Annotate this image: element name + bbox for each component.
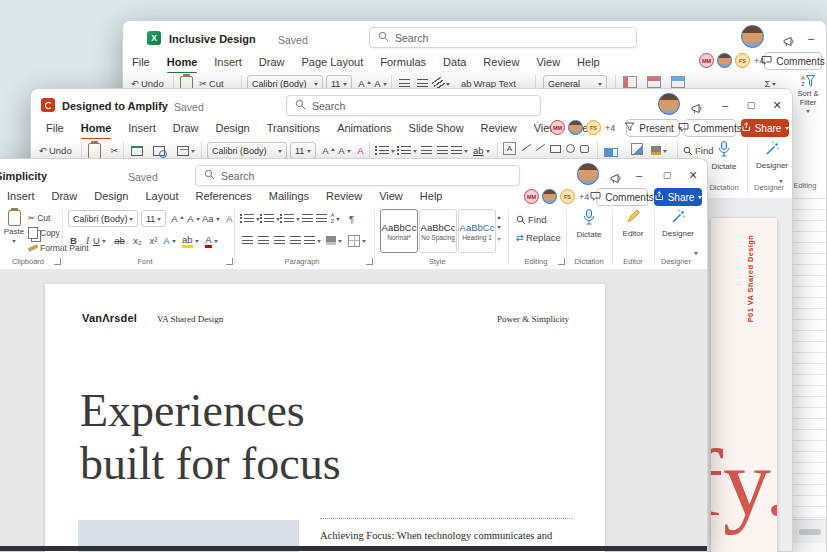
word-tab-references[interactable]: References [194, 187, 252, 205]
minimize-button[interactable]: – [803, 30, 819, 46]
bullets-button[interactable] [240, 210, 260, 227]
cell-styles-icon[interactable] [671, 76, 685, 88]
word-search-box[interactable]: Search [195, 165, 520, 186]
undo-button[interactable]: ↶Undo [39, 142, 72, 159]
powerpoint-slide[interactable]: P01 VA Shared Design fy. [711, 218, 777, 552]
numbering-button[interactable] [260, 210, 280, 227]
close-button[interactable]: ✕ [685, 167, 701, 183]
powerpoint-share-button[interactable]: Share [741, 119, 789, 137]
indent-increase-icon[interactable] [435, 142, 450, 159]
highlight-button[interactable]: ab [182, 232, 199, 249]
feedback-megaphone-icon[interactable] [691, 100, 706, 118]
ppt-tab-insert[interactable]: Insert [127, 119, 157, 137]
excel-tab-file[interactable]: File [131, 53, 151, 71]
word-tab-help[interactable]: Help [419, 187, 444, 205]
cut-button[interactable]: ✂Cut [28, 211, 50, 224]
excel-tab-insert[interactable]: Insert [213, 53, 243, 71]
shape-fill-button[interactable] [651, 142, 667, 159]
paste-button[interactable]: Paste [2, 210, 26, 245]
ppt-tab-slide-show[interactable]: Slide Show [408, 119, 465, 137]
text-box-shape-icon[interactable]: A [503, 142, 516, 155]
excel-tab-draw[interactable]: Draw [258, 53, 286, 71]
style-card-no-spacing[interactable]: AaBbCc No Spacing [419, 209, 457, 253]
oval-shape-icon[interactable] [566, 144, 575, 153]
editing-dialog-launcher-icon[interactable] [558, 258, 565, 265]
editor-button[interactable]: Editor [616, 209, 650, 238]
change-case-button[interactable]: Aa [202, 210, 220, 227]
ppt-tab-review[interactable]: Review [480, 119, 518, 137]
excel-tab-formulas[interactable]: Formulas [379, 53, 427, 71]
find-button[interactable]: Find [516, 211, 546, 228]
replace-button[interactable]: ⇄Replace [516, 229, 561, 246]
word-share-button[interactable]: Share [654, 188, 702, 206]
sort-button[interactable]: AZ [328, 210, 343, 227]
grow-font-button[interactable]: A [170, 210, 185, 227]
multilevel-list-button[interactable] [280, 210, 300, 227]
text-effects-button[interactable]: A [162, 232, 177, 249]
grow-font-button[interactable]: A [321, 142, 336, 159]
styles-gallery-scroll[interactable] [497, 211, 501, 243]
clipboard-dialog-launcher-icon[interactable] [54, 258, 61, 265]
strikethrough-button[interactable]: ab [112, 232, 127, 249]
show-paragraph-marks-button[interactable]: ¶ [344, 210, 359, 227]
designer-button[interactable]: Designer [658, 209, 698, 238]
align-left-icon[interactable] [240, 232, 255, 249]
ppt-font-name-combo[interactable]: Calibri (Body) [207, 142, 287, 159]
close-button[interactable]: ✕ [769, 97, 785, 113]
word-tab-view[interactable]: View [378, 187, 404, 205]
excel-tab-review[interactable]: Review [482, 53, 520, 71]
user-avatar[interactable] [741, 25, 764, 48]
font-color-button[interactable]: A [204, 232, 219, 249]
rectangle-shape-icon[interactable] [550, 145, 561, 153]
excel-tab-help[interactable]: Help [576, 53, 601, 71]
bold-button[interactable]: B [66, 232, 81, 249]
feedback-megaphone-icon[interactable] [783, 33, 798, 51]
collaborator-avatar[interactable]: FS [560, 189, 575, 204]
collaborators-overflow[interactable]: +4 [579, 192, 589, 202]
increase-indent-icon[interactable] [314, 210, 329, 227]
excel-tab-data[interactable]: Data [442, 53, 467, 71]
word-font-name-combo[interactable]: Calibri (Body) [68, 210, 138, 227]
line-spacing-button[interactable] [304, 232, 321, 249]
present-button[interactable]: Present [626, 119, 680, 137]
ppt-tab-transitions[interactable]: Transitions [266, 119, 321, 137]
powerpoint-comments-button[interactable]: Comments [684, 119, 736, 137]
word-tab-layout[interactable]: Layout [144, 187, 179, 205]
shrink-font-button[interactable]: A [186, 210, 201, 227]
clear-formatting-button[interactable]: A [353, 142, 368, 159]
ppt-tab-animations[interactable]: Animations [336, 119, 392, 137]
dictate-button[interactable]: Dictate [570, 209, 608, 239]
word-page[interactable]: VanΛrsdel VA Shared Design Power & Simpl… [45, 284, 605, 552]
justify-icon[interactable] [288, 232, 303, 249]
ppt-font-size-combo[interactable]: 11 [290, 142, 316, 159]
quick-styles-icon[interactable] [631, 143, 643, 155]
word-tab-design[interactable]: Design [93, 187, 129, 205]
word-comments-button[interactable]: Comments [596, 188, 648, 206]
line-spacing-button[interactable] [451, 142, 468, 159]
bullets-button[interactable] [375, 142, 395, 159]
excel-tab-view[interactable]: View [535, 53, 561, 71]
user-avatar[interactable] [658, 93, 680, 115]
collaborator-avatar[interactable] [717, 53, 732, 68]
designer-button[interactable]: Designer [751, 141, 793, 170]
rounded-rect-shape-icon[interactable] [580, 145, 589, 153]
subscript-button[interactable]: x₂ [130, 232, 145, 249]
paste-clipboard-icon[interactable] [87, 142, 102, 159]
copy-button[interactable]: Copy [28, 226, 60, 239]
word-tab-review[interactable]: Review [325, 187, 363, 205]
ppt-tab-draw[interactable]: Draw [172, 119, 200, 137]
slide-layout-icon[interactable] [177, 142, 195, 159]
style-card-normal[interactable]: AaBbCc Normal* [380, 209, 418, 253]
minimize-button[interactable]: – [717, 97, 733, 113]
ppt-tab-file[interactable]: File [45, 119, 65, 137]
powerpoint-search-box[interactable]: Search [286, 95, 541, 116]
cut-icon[interactable]: ✂ [107, 142, 122, 159]
line-shape-icon[interactable] [522, 144, 532, 151]
word-tab-mailings[interactable]: Mailings [268, 187, 310, 205]
collaborator-avatar[interactable]: MM [550, 120, 565, 135]
collaborator-avatar[interactable]: MM [524, 189, 539, 204]
collaborator-avatar[interactable]: FS [735, 53, 750, 68]
feedback-megaphone-icon[interactable] [610, 170, 625, 188]
paragraph-dialog-launcher-icon[interactable] [366, 258, 373, 265]
dictate-button[interactable]: Dictate [703, 141, 745, 171]
